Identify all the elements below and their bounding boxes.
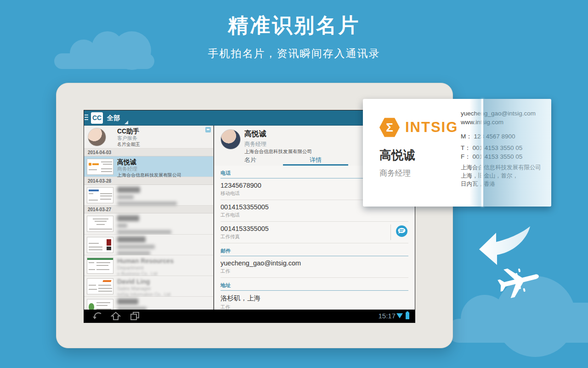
redacted-title [117, 195, 134, 199]
contact-name: David Ling [117, 278, 211, 286]
list-item-hr[interactable]: Human Resources Department e-Business Co… [84, 255, 213, 276]
tab-details[interactable]: 详情 [310, 156, 322, 164]
back-icon[interactable] [92, 311, 102, 321]
page-title: 精准识别名片 [0, 12, 588, 39]
redacted-name [117, 236, 146, 242]
email-type: 工作 [220, 268, 408, 275]
tab-card[interactable]: 名片 [244, 156, 256, 164]
detail-title: 商务经理 [244, 140, 266, 148]
home-icon[interactable] [111, 311, 121, 321]
date-header: 2014-03-28 [84, 177, 213, 185]
list-item-assistant[interactable]: CC助手 客户服务 名片全能王 [84, 126, 213, 149]
card-thumbnail [87, 237, 113, 253]
contact-subtitle: 客户服务 [117, 135, 211, 141]
phone-type: 工作电话 [220, 212, 408, 218]
section-label-address: 地址 [220, 282, 408, 291]
contact-company: 上海合合信息科技发展有限公司 [117, 172, 211, 178]
redacted-title [117, 245, 155, 249]
avatar [88, 128, 106, 146]
chat-bubble-icon [398, 228, 406, 235]
contact-name: 高悦诚 [117, 158, 211, 166]
active-tab-underline [283, 164, 348, 166]
phone-type: 工作传真 [220, 234, 408, 240]
wifi-icon [396, 313, 403, 318]
card-title: 商务经理 [379, 168, 411, 178]
date-header: 2014-04-03 [84, 149, 213, 156]
avatar [220, 129, 241, 150]
contact-name: Human Resources [117, 257, 211, 265]
contact-list: CC助手 客户服务 名片全能王 2014-04-03 [84, 126, 214, 310]
section-label-email: 邮件 [220, 247, 408, 256]
chat-badge-icon [205, 127, 211, 132]
phone-value: 0014153355005 [220, 225, 408, 232]
android-nav-bar: 15:17 [84, 310, 415, 322]
divider [390, 224, 391, 240]
redacted-company [117, 230, 171, 234]
business-card-overlay: Σ INTSIG 高悦诚 商务经理 yuecheng_gao@intsig.co… [363, 99, 551, 207]
phone-row[interactable]: 0014153355005 工作传真 [220, 222, 408, 243]
contact-title: Department [117, 265, 211, 271]
contact-title: Sales Manager [117, 286, 211, 292]
redacted-name [117, 299, 138, 305]
contact-company: 名片全能王 [117, 141, 211, 147]
redacted-title [117, 224, 127, 228]
list-item-selected[interactable]: 高悦诚 商务经理 上海合合信息科技发展有限公司 [84, 156, 213, 177]
scan-fold-shade [469, 99, 481, 207]
contact-name: CC助手 [117, 127, 211, 135]
email-value: yuecheng_gao@intsig.com [220, 259, 408, 267]
card-thumbnail [87, 258, 113, 274]
contact-title: 商务经理 [117, 166, 211, 172]
card-thumbnail [87, 159, 113, 175]
redacted-name [117, 187, 140, 193]
detail-name: 高悦诚 [244, 129, 266, 139]
intsig-logo-icon: Σ [379, 117, 400, 138]
card-thumbnail [87, 216, 113, 232]
list-item-redacted[interactable] [84, 213, 213, 235]
brand-name: INTSIG [405, 119, 458, 136]
page-subtitle: 手机拍名片，资讯瞬间存入通讯录 [0, 46, 588, 61]
list-item-redacted[interactable] [84, 235, 213, 255]
menu-icon[interactable] [85, 115, 88, 121]
detail-company: 上海合合信息科技发展有限公司 [244, 149, 312, 155]
address-value: 洛杉矶，上海 [220, 294, 408, 303]
list-item-redacted[interactable] [84, 185, 213, 206]
list-item-david[interactable]: David Ling Sales Manager IntSig Informat… [84, 276, 213, 297]
card-thumbnail [87, 278, 113, 294]
battery-icon [406, 312, 409, 319]
redacted-company [117, 251, 150, 255]
app-logo: CC [91, 112, 103, 124]
card-name: 高悦诚 [379, 147, 415, 163]
card-thumbnail [87, 187, 113, 203]
dropdown-caret-icon [124, 121, 128, 124]
marketing-screenshot: 精准识别名片 手机拍名片，资讯瞬间存入通讯录 CC 全部 CC助手 客户服务 名… [0, 0, 588, 368]
email-row[interactable]: yuecheng_gao@intsig.com 工作 [220, 256, 408, 278]
recents-icon[interactable] [130, 311, 140, 321]
redacted-company [117, 201, 177, 206]
status-time: 15:17 [378, 312, 396, 320]
scan-fold-tint [483, 99, 551, 207]
filter-dropdown[interactable]: 全部 [107, 114, 120, 122]
sms-button[interactable] [396, 225, 407, 237]
list-item-redacted[interactable] [84, 297, 213, 310]
card-thumbnail [87, 299, 113, 310]
redacted-name [117, 215, 139, 221]
